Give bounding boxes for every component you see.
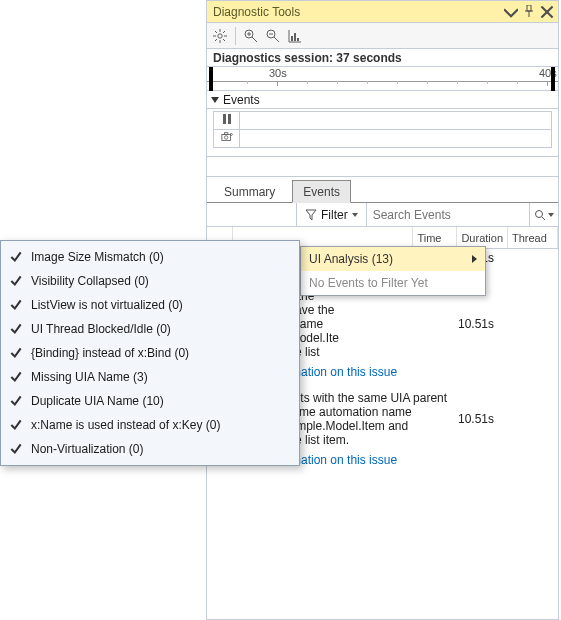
svg-rect-27 bbox=[228, 114, 231, 124]
zoom-in-button[interactable] bbox=[242, 27, 260, 45]
filter-row: Filter bbox=[207, 203, 558, 227]
svg-rect-30 bbox=[224, 133, 227, 135]
svg-line-15 bbox=[252, 37, 257, 42]
svg-rect-26 bbox=[223, 114, 226, 124]
submenu-item-label: Image Size Mismatch (0) bbox=[31, 250, 164, 264]
camera-icon[interactable] bbox=[214, 130, 240, 148]
submenu-item[interactable]: UI Thread Blocked/Idle (0) bbox=[1, 317, 299, 341]
check-icon bbox=[9, 298, 23, 312]
col-duration[interactable]: Duration bbox=[457, 227, 508, 248]
submenu-item-label: ListView is not virtualized (0) bbox=[31, 298, 183, 312]
check-icon bbox=[9, 418, 23, 432]
svg-line-33 bbox=[542, 217, 545, 220]
svg-line-13 bbox=[215, 39, 217, 41]
search-events-box bbox=[367, 203, 530, 226]
svg-point-31 bbox=[230, 133, 232, 135]
submenu-item-label: Non-Virtualization (0) bbox=[31, 442, 144, 456]
svg-rect-23 bbox=[291, 36, 293, 41]
submenu-item[interactable]: Image Size Mismatch (0) bbox=[1, 245, 299, 269]
zoom-out-button[interactable] bbox=[264, 27, 282, 45]
svg-rect-0 bbox=[527, 5, 531, 11]
svg-line-19 bbox=[274, 37, 279, 42]
event-time: 10.51s bbox=[458, 391, 508, 447]
check-icon bbox=[9, 394, 23, 408]
dropdown-item-no-events: No Events to Filter Yet bbox=[301, 271, 485, 295]
submenu-item-label: x:Name is used instead of x:Key (0) bbox=[31, 418, 220, 432]
close-icon[interactable] bbox=[540, 5, 554, 19]
filter-label: Filter bbox=[321, 208, 348, 222]
tab-summary[interactable]: Summary bbox=[213, 180, 286, 202]
events-label: Events bbox=[223, 93, 260, 107]
dropdown-item-ui-analysis[interactable]: UI Analysis (13) bbox=[301, 247, 485, 271]
submenu-item[interactable]: Visibility Collapsed (0) bbox=[1, 269, 299, 293]
svg-point-29 bbox=[224, 136, 227, 139]
event-time: 10.51s bbox=[458, 289, 508, 359]
col-thread[interactable]: Thread bbox=[508, 227, 558, 248]
svg-rect-24 bbox=[294, 33, 296, 41]
submenu-item-label: {Binding} instead of x:Bind (0) bbox=[31, 346, 189, 360]
chart-icon[interactable] bbox=[286, 27, 304, 45]
events-section-header[interactable]: Events bbox=[207, 91, 558, 109]
chevron-down-icon bbox=[548, 213, 554, 217]
svg-line-10 bbox=[215, 31, 217, 33]
search-icon bbox=[534, 209, 546, 221]
submenu-item[interactable]: x:Name is used instead of x:Key (0) bbox=[1, 413, 299, 437]
titlebar: Diagnostic Tools bbox=[207, 1, 558, 23]
submenu-item[interactable]: {Binding} instead of x:Bind (0) bbox=[1, 341, 299, 365]
events-swimlane bbox=[207, 111, 558, 157]
search-submit[interactable] bbox=[530, 203, 558, 226]
search-input[interactable] bbox=[367, 204, 529, 226]
submenu-item[interactable]: Missing UIA Name (3) bbox=[1, 365, 299, 389]
check-icon bbox=[9, 250, 23, 264]
ruler-tick-label: 30s bbox=[269, 67, 287, 79]
filter-submenu: Image Size Mismatch (0)Visibility Collap… bbox=[0, 240, 300, 466]
collapse-icon bbox=[211, 97, 219, 103]
check-icon bbox=[9, 442, 23, 456]
svg-point-32 bbox=[536, 210, 543, 217]
svg-rect-25 bbox=[297, 38, 299, 41]
chevron-right-icon bbox=[472, 255, 477, 263]
submenu-item[interactable]: Duplicate UIA Name (10) bbox=[1, 389, 299, 413]
toolbar bbox=[207, 23, 558, 49]
funnel-icon bbox=[305, 209, 317, 221]
pause-icon[interactable] bbox=[214, 112, 240, 130]
dropdown-item-label: No Events to Filter Yet bbox=[309, 276, 428, 290]
tab-events[interactable]: Events bbox=[292, 180, 351, 203]
submenu-item-label: Duplicate UIA Name (10) bbox=[31, 394, 164, 408]
dropdown-item-label: UI Analysis (13) bbox=[309, 252, 393, 266]
window-menu-icon[interactable] bbox=[504, 5, 518, 19]
submenu-item-label: Missing UIA Name (3) bbox=[31, 370, 148, 384]
check-icon bbox=[9, 370, 23, 384]
col-time[interactable]: Time bbox=[413, 227, 457, 248]
check-icon bbox=[9, 322, 23, 336]
check-icon bbox=[9, 346, 23, 360]
chevron-down-icon bbox=[352, 213, 358, 217]
svg-point-5 bbox=[218, 33, 222, 37]
submenu-item-label: UI Thread Blocked/Idle (0) bbox=[31, 322, 171, 336]
svg-line-11 bbox=[223, 39, 225, 41]
session-label: Diagnostics session: 37 seconds bbox=[207, 49, 558, 67]
settings-button[interactable] bbox=[211, 27, 229, 45]
timeline-ruler[interactable]: 30s 40s bbox=[207, 67, 558, 91]
submenu-item[interactable]: Non-Virtualization (0) bbox=[1, 437, 299, 461]
filter-dropdown: UI Analysis (13) No Events to Filter Yet bbox=[300, 246, 486, 296]
check-icon bbox=[9, 274, 23, 288]
pin-icon[interactable] bbox=[522, 5, 536, 19]
svg-line-12 bbox=[223, 31, 225, 33]
result-tabs: Summary Events bbox=[207, 177, 558, 203]
filter-button[interactable]: Filter bbox=[297, 203, 367, 226]
window-title: Diagnostic Tools bbox=[211, 5, 500, 19]
submenu-item[interactable]: ListView is not virtualized (0) bbox=[1, 293, 299, 317]
submenu-item-label: Visibility Collapsed (0) bbox=[31, 274, 149, 288]
